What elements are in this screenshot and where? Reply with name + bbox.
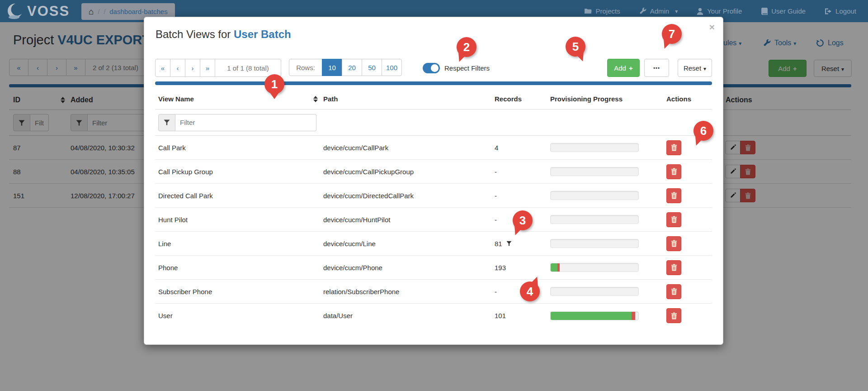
rows-option-10[interactable]: 10 (322, 59, 342, 76)
breadcrumb-current[interactable]: dashboard-batches (109, 8, 167, 15)
trash-icon (671, 168, 677, 175)
column-path[interactable]: Path (323, 95, 495, 103)
home-icon[interactable]: ⌂ (89, 7, 94, 16)
add-button[interactable]: Add+ (607, 59, 640, 77)
progress-bar (550, 239, 639, 248)
progress-green (551, 312, 632, 320)
modal-toolbar: « ‹ › » 1 of 1 (8 total) Rows: 10 20 50 … (155, 59, 712, 77)
actions-cell (666, 188, 712, 203)
path-cell: device/cucm/CallPark (323, 144, 495, 152)
rows-option-20[interactable]: 20 (342, 59, 362, 76)
nav-logout-label: Logout (835, 7, 856, 15)
trash-icon (671, 312, 677, 319)
nav-logout[interactable]: Logout (825, 7, 856, 15)
progress-bar (550, 143, 639, 152)
table-body: Call Park device/cucm/CallPark 4 Call Pi… (155, 136, 712, 328)
actions-cell (666, 236, 712, 251)
wrench-icon (639, 8, 646, 15)
plus-icon: + (629, 64, 633, 72)
more-actions-button[interactable]: ••• (644, 59, 669, 77)
trash-icon (671, 240, 677, 247)
callout-7: 7 (662, 24, 682, 44)
prev-page-button[interactable]: ‹ (170, 59, 185, 77)
column-progress: Provisioning Progress (550, 95, 666, 103)
voss-logo[interactable]: VOSS (5, 2, 70, 21)
table-row[interactable]: User data/User 101 (155, 304, 712, 328)
path-cell: relation/SubscriberPhone (323, 288, 495, 296)
nav-your-profile-label: Your Profile (707, 7, 742, 15)
rows-label: Rows: (289, 59, 322, 76)
view-name-cell: Subscriber Phone (158, 288, 323, 296)
progress-bar (550, 167, 639, 176)
modal-pagination: « ‹ › » 1 of 1 (8 total) (155, 59, 281, 77)
records-filter-icon[interactable] (506, 241, 512, 246)
path-cell: device/cucm/Line (323, 240, 495, 248)
folder-icon (584, 8, 592, 14)
actions-cell (666, 260, 712, 275)
last-page-button[interactable]: » (200, 59, 215, 77)
nav-admin[interactable]: Admin (639, 7, 678, 15)
path-cell: device/cucm/DirectedCallPark (323, 192, 495, 200)
filter-funnel-button[interactable] (158, 114, 175, 131)
delete-button[interactable] (666, 284, 681, 299)
nav-projects[interactable]: Projects (584, 7, 620, 15)
view-name-cell: Directed Call Park (158, 192, 323, 200)
trash-icon (671, 216, 677, 223)
actions-cell (666, 140, 712, 155)
records-cell: - (495, 192, 550, 200)
nav-your-profile[interactable]: Your Profile (697, 7, 742, 15)
actions-cell (666, 308, 712, 323)
table-filter-row (155, 110, 712, 136)
rows-option-100[interactable]: 100 (382, 59, 402, 76)
first-page-button[interactable]: « (155, 59, 170, 77)
table-row[interactable]: Phone device/cucm/Phone 193 (155, 256, 712, 280)
records-cell: 4 (495, 144, 550, 152)
table-header: View Name Path Records Provisioning Prog… (155, 89, 712, 110)
table-row[interactable]: Hunt Pilot device/cucm/HuntPilot - (155, 208, 712, 232)
view-name-cell: User (158, 312, 323, 319)
progress-bar (550, 215, 639, 224)
progress-red (632, 312, 635, 320)
table-row[interactable]: Line device/cucm/Line 81 (155, 232, 712, 256)
modal-title: Batch Views for User Batch (156, 28, 291, 41)
nav-projects-label: Projects (595, 7, 620, 15)
progress-cell (550, 167, 666, 176)
breadcrumb-separator: / (98, 8, 99, 15)
respect-filters-label: Respect Filters (444, 64, 490, 72)
view-name-filter-input[interactable] (175, 114, 316, 131)
delete-button[interactable] (666, 140, 681, 155)
delete-button[interactable] (666, 188, 681, 203)
sort-icon[interactable] (313, 96, 318, 102)
table-row[interactable]: Call Pickup Group device/cucm/CallPickup… (155, 160, 712, 184)
callout-6: 6 (693, 121, 713, 141)
callout-2: 2 (457, 37, 476, 57)
actions-cell (666, 212, 712, 227)
next-page-button[interactable]: › (185, 59, 200, 77)
table-row[interactable]: Subscriber Phone relation/SubscriberPhon… (155, 280, 712, 304)
delete-button[interactable] (666, 164, 681, 179)
progress-bar (550, 311, 639, 320)
path-cell: device/cucm/CallPickupGroup (323, 168, 495, 176)
close-icon[interactable]: × (709, 22, 715, 33)
nav-user-guide[interactable]: User Guide (761, 7, 806, 15)
column-records: Records (495, 95, 550, 103)
progress-cell (550, 215, 666, 224)
column-actions: Actions (666, 95, 712, 103)
trash-icon (671, 288, 677, 295)
reset-button[interactable]: Reset (678, 59, 712, 77)
delete-button[interactable] (666, 308, 681, 323)
view-name-cell: Line (158, 240, 323, 248)
breadcrumb-separator: / (104, 8, 105, 15)
table-row[interactable]: Call Park device/cucm/CallPark 4 (155, 136, 712, 160)
rows-option-50[interactable]: 50 (362, 59, 382, 76)
delete-button[interactable] (666, 260, 681, 275)
actions-cell (666, 284, 712, 299)
path-cell: device/cucm/HuntPilot (323, 216, 495, 224)
progress-cell (550, 191, 666, 200)
respect-filters-toggle[interactable] (423, 63, 440, 73)
records-cell: - (495, 168, 550, 176)
column-view-name[interactable]: View Name (158, 95, 323, 103)
delete-button[interactable] (666, 212, 681, 227)
table-row[interactable]: Directed Call Park device/cucm/DirectedC… (155, 184, 712, 208)
delete-button[interactable] (666, 236, 681, 251)
